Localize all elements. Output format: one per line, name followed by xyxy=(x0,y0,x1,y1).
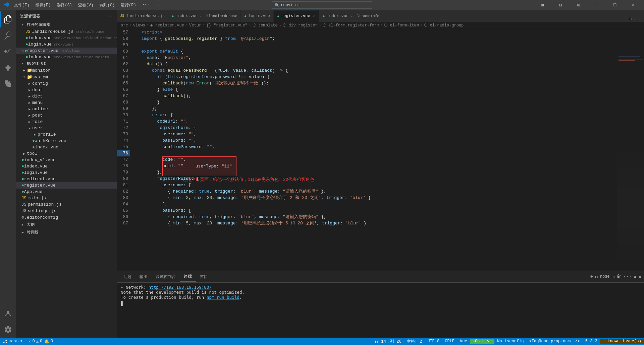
go-live-button[interactable]: ⚡ Go Live xyxy=(470,339,495,344)
spaces-item[interactable]: 空格: 2 xyxy=(404,339,425,344)
nav-back-button[interactable]: ← xyxy=(155,0,164,10)
tab-register[interactable]: ◆ register.vue ✕ xyxy=(274,10,319,22)
minimize-button[interactable]: ─ xyxy=(589,0,604,10)
tree-login-vue[interactable]: ● login.vue xyxy=(16,169,117,176)
maximize-button[interactable]: □ xyxy=(607,0,623,10)
outline-section[interactable]: ▶ 大纲 xyxy=(16,221,117,228)
git-branch-item[interactable]: ⎇ master xyxy=(0,339,26,344)
more-terminal-icon[interactable]: ··· xyxy=(623,274,632,279)
activity-source-control[interactable] xyxy=(0,44,16,60)
version-item[interactable]: 5.3.2 xyxy=(583,339,600,344)
split-editor-icon[interactable]: ⊟ xyxy=(629,16,631,22)
split-terminal-icon[interactable]: ⊟ xyxy=(595,274,598,280)
extension-item[interactable]: 1 known issue(s) xyxy=(600,339,644,344)
breadcrumb-formitem[interactable]: ⬡ el-form-item xyxy=(384,23,419,28)
tree-monitor[interactable]: ▶ 📁 monitor xyxy=(16,67,117,74)
open-file-login[interactable]: ● login.vue src\views xyxy=(16,41,117,48)
breadcrumb-radiogroup[interactable]: ⬡ el-radio-group xyxy=(424,23,464,28)
language-item[interactable]: Vue xyxy=(457,339,470,344)
search-box[interactable]: 🔍 ruoyi-ui xyxy=(272,1,372,9)
tree-dict[interactable]: ▶ dict xyxy=(16,93,117,99)
activity-extensions[interactable] xyxy=(0,76,16,92)
tree-app-vue[interactable]: ● App.vue xyxy=(16,189,117,195)
activity-debug[interactable] xyxy=(0,60,16,76)
tree-dept[interactable]: ▶ dept xyxy=(16,87,117,93)
no-tsconfig-item[interactable]: No tsconfig xyxy=(494,339,526,344)
layout-terminal-icon[interactable]: ⊞ xyxy=(612,274,614,280)
tab-landlordhouse[interactable]: JS landlordHouse.js xyxy=(117,10,168,22)
tree-redirect-vue[interactable]: ● redirect.vue xyxy=(16,176,117,182)
tree-index-vue[interactable]: ● index.vue xyxy=(16,163,117,169)
tree-register-vue[interactable]: ● register.vue xyxy=(16,182,117,189)
activity-settings[interactable] xyxy=(0,322,16,338)
new-terminal-icon[interactable]: + xyxy=(590,274,593,279)
menu-view[interactable]: 查看(V) xyxy=(75,2,96,9)
menu-edit[interactable]: 编辑(E) xyxy=(33,2,54,9)
grid-button[interactable]: ⊞ xyxy=(571,0,586,10)
project-section[interactable]: ▾ RUOYI-UI xyxy=(16,60,117,67)
tab-close-icon[interactable]: ✕ xyxy=(312,14,316,19)
breadcrumb-braces[interactable]: {} "register.vue" xyxy=(206,23,247,28)
code-content[interactable]: <script> import { getCodeImg, register }… xyxy=(133,29,617,271)
maximize-panel-icon[interactable]: ▲ xyxy=(634,274,636,279)
panel-tab-problems[interactable]: 问题 xyxy=(119,272,136,282)
tree-profile[interactable]: ▶ profile xyxy=(16,131,117,138)
tree-config[interactable]: ▶ config xyxy=(16,80,117,87)
menu-file[interactable]: 文件(F) xyxy=(11,2,32,9)
tree-post[interactable]: ▶ post xyxy=(16,112,117,119)
tree-user[interactable]: ▾ user xyxy=(16,125,117,131)
tree-system[interactable]: ▾ 📁 system xyxy=(16,74,117,80)
tag-name-item[interactable]: <TagName prop-name /> xyxy=(527,339,583,344)
sidebar-icon-btn[interactable]: ··· xyxy=(102,13,113,19)
layout-button[interactable]: ⊞ xyxy=(535,0,550,10)
open-file-index-houseinfo[interactable]: ● index.vue src\views\house\houseInfo xyxy=(16,54,117,60)
tree-authrole[interactable]: ● authRole.vue xyxy=(16,138,117,144)
tree-user-index[interactable]: ● index.vue xyxy=(16,144,117,150)
tree-role[interactable]: ▶ role xyxy=(16,119,117,125)
tree-settings-js[interactable]: JS settings.js xyxy=(16,208,117,214)
breadcrumb-div[interactable]: ⬡ div.register xyxy=(283,23,318,28)
menu-run[interactable]: 运行(R) xyxy=(118,2,139,9)
delete-terminal-icon[interactable]: 🗑 xyxy=(616,274,621,279)
close-panel-icon[interactable]: ✕ xyxy=(639,274,641,280)
timeline-section[interactable]: ▶ 时间线 xyxy=(16,228,117,236)
line-ending-item[interactable]: CRLF xyxy=(442,339,457,344)
tree-permission-js[interactable]: JS permission.js xyxy=(16,201,117,208)
panel-tab-terminal[interactable]: 终端 xyxy=(180,272,196,282)
breadcrumb-form[interactable]: ⬡ el-form.register-form xyxy=(323,23,379,28)
tree-index-v1[interactable]: ● index_v1.vue xyxy=(16,157,117,163)
panel-tab-output[interactable]: 输出 xyxy=(136,272,152,282)
position-item[interactable]: 行 14，列 26 xyxy=(372,339,404,344)
close-icon[interactable]: ✕ xyxy=(21,49,24,53)
encoding-item[interactable]: UTF-8 xyxy=(425,339,442,344)
tree-editorconfig[interactable]: ⚙ .editorconfig xyxy=(16,214,117,221)
tree-notice[interactable]: ▶ notice xyxy=(16,106,117,112)
breadcrumb-register[interactable]: ◆ register.vue xyxy=(150,23,184,28)
activity-account[interactable] xyxy=(0,305,16,322)
open-file-landlordhouse[interactable]: JS landlordHouse.js src\api\house xyxy=(16,28,117,35)
breadcrumb-vetur[interactable]: Vetur xyxy=(189,23,201,28)
menu-select[interactable]: 选择(S) xyxy=(54,2,75,9)
more-tabs-icon[interactable]: ··· xyxy=(633,16,641,22)
breadcrumb-views[interactable]: views xyxy=(133,23,145,28)
activity-explorer[interactable] xyxy=(0,11,16,27)
open-file-register[interactable]: ✕ ● register.vue src\views xyxy=(16,48,117,54)
tree-menu[interactable]: ▶ menu xyxy=(16,99,117,106)
menu-more[interactable]: ··· xyxy=(140,2,152,9)
nav-forward-button[interactable]: → xyxy=(165,0,174,10)
activity-search[interactable] xyxy=(0,27,16,44)
open-editors-section[interactable]: ▾ 打开的编辑器 xyxy=(16,21,117,28)
npm-run-build-link[interactable]: npm run build xyxy=(207,295,239,300)
network-link[interactable]: http://192.168.19.159:80/ xyxy=(149,285,212,290)
tree-tool[interactable]: ▶ tool xyxy=(16,150,117,157)
tab-index-houseinfo[interactable]: ◆ index.vue ...\houseInfo xyxy=(319,10,383,22)
errors-item[interactable]: ✕ 0 ⚠ 0 🔔 0 xyxy=(26,339,56,344)
breadcrumb-template[interactable]: ⬡ template xyxy=(253,23,278,28)
breadcrumb-src[interactable]: src xyxy=(121,23,128,28)
open-file-index-house[interactable]: ● index.vue src\views\house\landlordHous… xyxy=(16,35,117,41)
menu-goto[interactable]: 转到(G) xyxy=(97,2,117,9)
panel-tab-window[interactable]: 窗口 xyxy=(196,272,212,282)
tree-main-js[interactable]: JS main.js xyxy=(16,195,117,201)
close-button[interactable]: ✕ xyxy=(625,0,641,10)
tab-login[interactable]: ◆ login.vue xyxy=(241,10,274,22)
